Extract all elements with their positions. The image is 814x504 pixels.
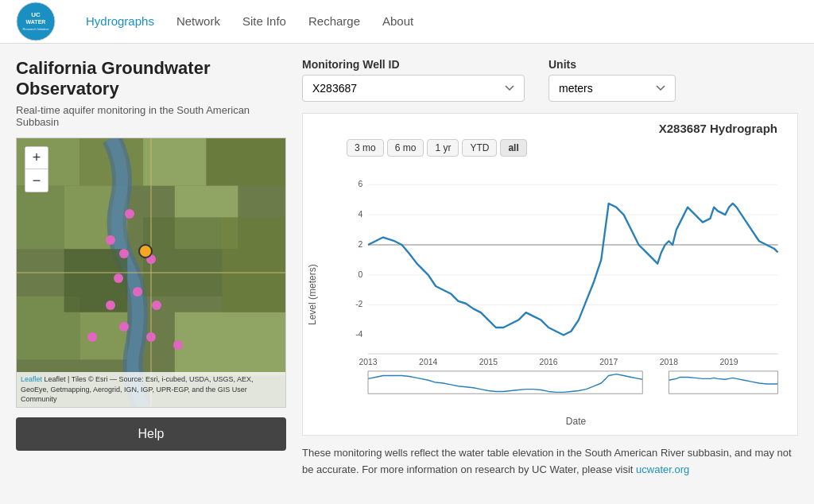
nav-hydrographs[interactable]: Hydrographs: [86, 14, 154, 28]
well-dot[interactable]: [146, 332, 156, 342]
time-btn-all[interactable]: all: [500, 139, 526, 157]
time-btn-1yr[interactable]: 1 yr: [427, 139, 459, 157]
y-axis-label: Level (meters): [307, 163, 323, 427]
nav-siteinfo[interactable]: Site Info: [242, 14, 286, 28]
well-id-control: Monitoring Well ID X283687: [302, 58, 525, 102]
page-title: California Groundwater Observatory: [16, 58, 286, 99]
main-nav: Hydrographs Network Site Info Recharge A…: [86, 14, 413, 29]
svg-text:Research Initiative: Research Initiative: [23, 27, 50, 31]
well-id-label: Monitoring Well ID: [302, 58, 525, 71]
svg-rect-14: [175, 312, 285, 376]
svg-text:6: 6: [359, 180, 363, 188]
nav-network[interactable]: Network: [176, 14, 220, 28]
units-select[interactable]: meters feet: [548, 75, 676, 102]
chart-wrapper: Level (meters) 6 4 2: [307, 163, 785, 427]
units-control: Units meters feet: [548, 58, 676, 102]
ucwater-logo: UC WATER Research Initiative: [16, 2, 56, 41]
svg-text:2014: 2014: [419, 358, 437, 366]
logo-area: UC WATER Research Initiative: [16, 2, 62, 41]
time-btn-6mo[interactable]: 6 mo: [387, 139, 424, 157]
svg-rect-9: [17, 186, 64, 250]
map-zoom-controls: + −: [25, 146, 48, 192]
svg-text:4: 4: [359, 210, 363, 219]
svg-text:2017: 2017: [599, 358, 618, 366]
nav-about[interactable]: About: [382, 14, 413, 28]
leaflet-link[interactable]: Leaflet: [21, 375, 42, 383]
controls-row: Monitoring Well ID X283687 Units meters …: [302, 58, 798, 102]
time-btn-3mo[interactable]: 3 mo: [347, 139, 384, 157]
svg-rect-15: [222, 217, 285, 312]
well-dot[interactable]: [87, 332, 97, 342]
well-dot[interactable]: [173, 340, 183, 350]
zoom-out-button[interactable]: −: [25, 169, 48, 192]
x-axis-label: Date: [366, 416, 785, 427]
svg-text:-4: -4: [355, 330, 362, 339]
svg-text:WATER: WATER: [26, 19, 46, 25]
time-btn-ytd[interactable]: YTD: [462, 139, 497, 157]
well-dot[interactable]: [125, 209, 134, 219]
svg-text:2013: 2013: [359, 358, 377, 366]
svg-text:0: 0: [359, 270, 363, 279]
svg-text:2019: 2019: [719, 358, 738, 366]
subtitle: Real-time aquifer monitoring in the Sout…: [16, 104, 286, 128]
well-id-select[interactable]: X283687: [302, 75, 525, 102]
well-dot[interactable]: [106, 235, 115, 245]
svg-text:2015: 2015: [479, 358, 498, 366]
svg-rect-8: [207, 138, 285, 186]
well-dot[interactable]: [119, 322, 129, 331]
well-dot[interactable]: [114, 273, 123, 283]
svg-text:2018: 2018: [660, 358, 678, 366]
chart-title: X283687 Hydrograph: [307, 122, 785, 135]
well-dot[interactable]: [152, 300, 161, 310]
main-content: California Groundwater Observatory Real-…: [0, 44, 814, 493]
well-dot[interactable]: [106, 300, 115, 310]
svg-text:-2: -2: [355, 300, 362, 308]
zoom-in-button[interactable]: +: [25, 147, 48, 169]
svg-text:UC: UC: [31, 11, 41, 18]
well-dot[interactable]: [119, 249, 129, 258]
header: UC WATER Research Initiative Hydrographs…: [0, 0, 814, 44]
map-attribution: Leaflet Leaflet | Tiles © Esri — Source:…: [17, 372, 285, 407]
chart-area: X283687 Hydrograph 3 mo 6 mo 1 yr YTD al…: [302, 113, 798, 436]
ucwater-link[interactable]: ucwater.org: [636, 463, 689, 475]
units-label: Units: [548, 58, 676, 71]
map-background: [17, 138, 285, 407]
nav-recharge[interactable]: Recharge: [308, 14, 360, 28]
time-buttons: 3 mo 6 mo 1 yr YTD all: [347, 139, 785, 157]
svg-rect-7: [143, 138, 207, 186]
left-panel: California Groundwater Observatory Real-…: [16, 58, 286, 479]
well-dot[interactable]: [133, 287, 142, 297]
svg-text:2016: 2016: [539, 358, 557, 366]
help-button[interactable]: Help: [16, 417, 286, 451]
svg-text:2: 2: [359, 240, 363, 249]
chart-svg-container: 6 4 2 0 -2 -4 2013 2014 2015 2016 2017 2…: [327, 163, 785, 427]
selected-well-dot[interactable]: [138, 244, 153, 258]
map-container[interactable]: + − Leaflet Leaflet | Tiles © Esri — Sou…: [16, 138, 286, 408]
hydrograph-svg: 6 4 2 0 -2 -4 2013 2014 2015 2016 2017 2…: [327, 163, 785, 409]
info-text: These monitoring wells reflect the water…: [302, 445, 798, 479]
right-panel: Monitoring Well ID X283687 Units meters …: [302, 58, 798, 479]
